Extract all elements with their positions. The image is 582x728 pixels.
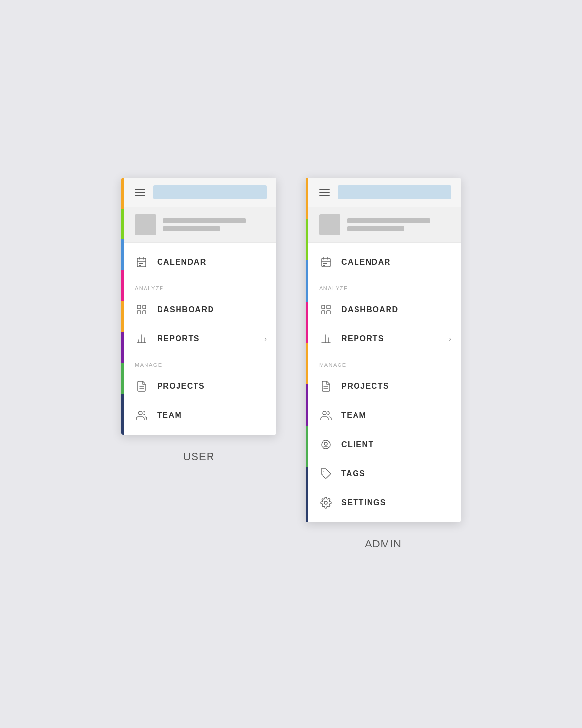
admin-reports-icon [319, 332, 333, 346]
user-nav-projects[interactable]: PROJECTS [121, 372, 276, 401]
admin-settings-label: SETTINGS [341, 498, 386, 507]
user-profile-info [163, 218, 267, 231]
user-name-placeholder [163, 218, 246, 223]
user-nav-dashboard[interactable]: DASHBOARD [121, 295, 276, 324]
svg-point-17 [138, 411, 142, 415]
svg-rect-27 [322, 311, 325, 314]
admin-header [306, 178, 461, 207]
user-panel-container: CALENDAR ANALYZE [121, 178, 276, 463]
admin-nav-calendar[interactable]: CALENDAR [306, 248, 461, 277]
admin-profile-info [347, 218, 451, 231]
user-sidebar: CALENDAR ANALYZE [121, 178, 276, 435]
svg-rect-4 [139, 263, 141, 264]
admin-hamburger-icon[interactable] [319, 189, 330, 196]
svg-rect-7 [137, 305, 141, 309]
admin-manage-section: MANAGE [306, 353, 461, 372]
svg-rect-9 [137, 311, 141, 314]
hamburger-icon[interactable] [135, 189, 146, 196]
settings-icon [319, 496, 333, 510]
svg-point-35 [323, 411, 326, 415]
header-brand-placeholder [153, 185, 267, 199]
admin-avatar [319, 214, 340, 235]
admin-team-label: TEAM [341, 411, 366, 420]
projects-icon [135, 380, 148, 393]
svg-rect-10 [143, 311, 146, 314]
admin-projects-icon [319, 380, 333, 393]
svg-rect-24 [323, 265, 325, 266]
svg-rect-28 [327, 311, 330, 314]
user-projects-label: PROJECTS [157, 382, 205, 391]
svg-point-37 [324, 442, 327, 445]
admin-team-icon [319, 409, 333, 422]
svg-rect-26 [327, 305, 330, 309]
user-nav: CALENDAR ANALYZE [121, 243, 276, 435]
admin-tags-label: TAGS [341, 469, 365, 478]
user-header [121, 178, 276, 207]
admin-nav: CALENDAR ANALYZE [306, 243, 461, 522]
admin-nav-dashboard[interactable]: DASHBOARD [306, 295, 461, 324]
panels-container: CALENDAR ANALYZE [121, 178, 461, 550]
admin-client-label: CLIENT [341, 440, 374, 449]
admin-sidebar: CALENDAR ANALYZE [306, 178, 461, 522]
tags-icon [319, 467, 333, 480]
user-avatar [135, 214, 156, 235]
user-profile-section [121, 207, 276, 243]
admin-calendar-label: CALENDAR [341, 258, 391, 266]
calendar-icon [135, 255, 148, 269]
user-reports-label: REPORTS [157, 334, 200, 343]
user-role-placeholder [163, 226, 220, 231]
admin-nav-settings[interactable]: SETTINGS [306, 488, 461, 517]
admin-dashboard-icon [319, 303, 333, 316]
admin-panel-container: CALENDAR ANALYZE [306, 178, 461, 550]
svg-rect-22 [323, 263, 325, 264]
user-manage-section: MANAGE [121, 353, 276, 372]
svg-rect-5 [141, 263, 143, 264]
svg-rect-8 [143, 305, 146, 309]
user-analyze-section: ANALYZE [121, 277, 276, 295]
admin-reports-label: REPORTS [341, 334, 384, 343]
admin-nav-client[interactable]: CLIENT [306, 430, 461, 459]
admin-reports-chevron-icon: › [449, 335, 451, 343]
dashboard-icon [135, 303, 148, 316]
admin-name-placeholder [347, 218, 430, 223]
user-nav-calendar[interactable]: CALENDAR [121, 248, 276, 277]
reports-icon [135, 332, 148, 346]
admin-panel-label: ADMIN [365, 538, 402, 550]
user-calendar-label: CALENDAR [157, 258, 207, 266]
user-dashboard-label: DASHBOARD [157, 305, 214, 314]
page-wrapper: CALENDAR ANALYZE [0, 149, 582, 579]
admin-dashboard-label: DASHBOARD [341, 305, 399, 314]
user-nav-reports[interactable]: REPORTS › [121, 324, 276, 353]
admin-nav-reports[interactable]: REPORTS › [306, 324, 461, 353]
svg-rect-25 [322, 305, 325, 309]
user-team-label: TEAM [157, 411, 182, 420]
admin-header-brand-placeholder [338, 185, 451, 199]
reports-chevron-icon: › [264, 335, 267, 343]
admin-calendar-icon [319, 255, 333, 269]
admin-profile-section [306, 207, 461, 243]
user-nav-team[interactable]: TEAM [121, 401, 276, 430]
admin-nav-team[interactable]: TEAM [306, 401, 461, 430]
svg-rect-23 [325, 263, 327, 264]
admin-nav-tags[interactable]: TAGS [306, 459, 461, 488]
user-panel-label: USER [183, 450, 214, 463]
admin-nav-projects[interactable]: PROJECTS [306, 372, 461, 401]
team-icon [135, 409, 148, 422]
client-icon [319, 438, 333, 451]
svg-point-39 [324, 501, 327, 504]
admin-projects-label: PROJECTS [341, 382, 389, 391]
admin-role-placeholder [347, 226, 404, 231]
svg-rect-6 [139, 265, 141, 266]
admin-analyze-section: ANALYZE [306, 277, 461, 295]
